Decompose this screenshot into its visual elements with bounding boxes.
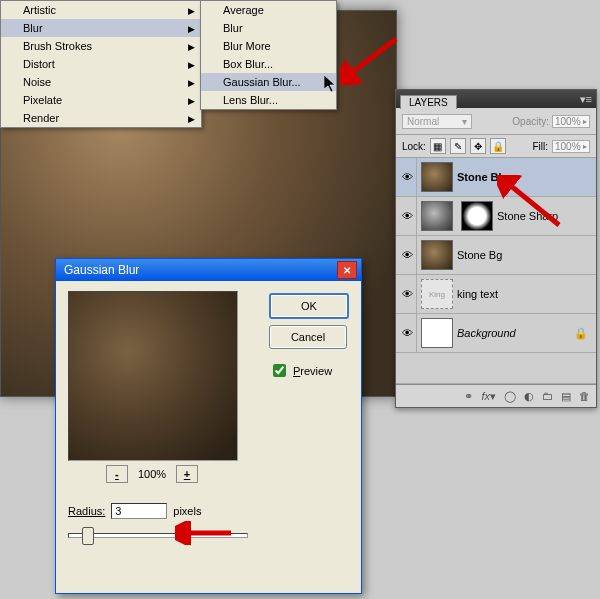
link-layers-icon[interactable]: ⚭ bbox=[464, 390, 473, 403]
fill-field[interactable]: 100% ▸ bbox=[552, 140, 590, 153]
layers-footer: ⚭ fx▾ ◯ ◐ 🗀 ▤ 🗑 bbox=[396, 384, 596, 407]
radius-unit: pixels bbox=[173, 505, 201, 517]
layer-thumbnail[interactable] bbox=[421, 201, 453, 231]
ok-button[interactable]: OK bbox=[269, 293, 349, 319]
layer-mask-thumbnail[interactable] bbox=[461, 201, 493, 231]
radius-row: Radius: pixels bbox=[68, 503, 349, 519]
layer-name[interactable]: Background bbox=[457, 327, 516, 339]
layer-row[interactable]: 👁Stone Blur bbox=[396, 158, 596, 197]
layer-thumbnail[interactable] bbox=[421, 318, 453, 348]
radius-slider[interactable] bbox=[68, 525, 248, 543]
opacity-field[interactable]: 100% ▸ bbox=[552, 115, 590, 128]
layer-name[interactable]: Stone Bg bbox=[457, 249, 502, 261]
visibility-toggle[interactable]: 👁 bbox=[398, 158, 417, 196]
zoom-out-button[interactable]: - bbox=[106, 465, 128, 483]
submenu-arrow-icon: ▶ bbox=[188, 22, 195, 36]
layer-thumbnail[interactable] bbox=[421, 240, 453, 270]
radius-label: Radius: bbox=[68, 505, 105, 517]
lock-all-icon[interactable]: 🔒 bbox=[490, 138, 506, 154]
layer-row[interactable]: 👁Stone Bg bbox=[396, 236, 596, 275]
submenu-item-lens-blur[interactable]: Lens Blur... bbox=[201, 91, 336, 109]
visibility-toggle[interactable]: 👁 bbox=[398, 197, 417, 235]
opacity-value: 100% bbox=[555, 116, 581, 127]
filter-menu: Artistic▶Blur▶Brush Strokes▶Distort▶Nois… bbox=[0, 0, 202, 128]
adjustment-layer-icon[interactable]: ◐ bbox=[524, 390, 534, 403]
layers-panel: LAYERS ▾≡ Normal ▾ Opacity: 100% ▸ Lock:… bbox=[395, 89, 597, 408]
preview-checkbox[interactable] bbox=[273, 364, 286, 377]
layer-name[interactable]: Stone Blur bbox=[457, 171, 513, 183]
layer-row[interactable]: 👁Stone Sharp bbox=[396, 197, 596, 236]
layer-name[interactable]: king text bbox=[457, 288, 498, 300]
visibility-toggle[interactable]: 👁 bbox=[398, 236, 417, 274]
lock-pixels-icon[interactable]: ✎ bbox=[450, 138, 466, 154]
submenu-arrow-icon: ▶ bbox=[188, 40, 195, 54]
lock-transparent-icon[interactable]: ▦ bbox=[430, 138, 446, 154]
layer-mask-icon[interactable]: ◯ bbox=[504, 390, 516, 403]
submenu-item-blur[interactable]: Blur bbox=[201, 19, 336, 37]
close-button[interactable]: ✕ bbox=[337, 261, 357, 279]
zoom-controls: - 100% + bbox=[68, 465, 236, 483]
zoom-value: 100% bbox=[138, 468, 166, 480]
menu-item-artistic[interactable]: Artistic▶ bbox=[1, 1, 201, 19]
lock-position-icon[interactable]: ✥ bbox=[470, 138, 486, 154]
menu-item-pixelate[interactable]: Pixelate▶ bbox=[1, 91, 201, 109]
panel-menu-icon[interactable]: ▾≡ bbox=[580, 93, 596, 106]
fill-label: Fill: bbox=[532, 141, 548, 152]
eye-icon: 👁 bbox=[402, 288, 413, 300]
menu-item-brush-strokes[interactable]: Brush Strokes▶ bbox=[1, 37, 201, 55]
blur-submenu: AverageBlurBlur MoreBox Blur...Gaussian … bbox=[200, 0, 337, 110]
blend-mode-value: Normal bbox=[407, 116, 439, 127]
submenu-arrow-icon: ▶ bbox=[188, 4, 195, 18]
new-group-icon[interactable]: 🗀 bbox=[542, 390, 553, 402]
submenu-item-average[interactable]: Average bbox=[201, 1, 336, 19]
gaussian-blur-dialog: Gaussian Blur ✕ - 100% + Radius: pixels … bbox=[55, 258, 362, 594]
submenu-item-blur-more[interactable]: Blur More bbox=[201, 37, 336, 55]
opacity-label: Opacity: bbox=[512, 116, 549, 127]
submenu-item-gaussian-blur[interactable]: Gaussian Blur... bbox=[201, 73, 336, 91]
new-layer-icon[interactable]: ▤ bbox=[561, 390, 571, 403]
menu-item-noise[interactable]: Noise▶ bbox=[1, 73, 201, 91]
radius-input[interactable] bbox=[111, 503, 167, 519]
opacity-group: Opacity: 100% ▸ bbox=[512, 115, 590, 128]
chevron-right-icon: ▸ bbox=[583, 142, 587, 151]
menu-item-render[interactable]: Render▶ bbox=[1, 109, 201, 127]
submenu-arrow-icon: ▶ bbox=[188, 58, 195, 72]
dialog-titlebar[interactable]: Gaussian Blur ✕ bbox=[56, 259, 361, 281]
delete-layer-icon[interactable]: 🗑 bbox=[579, 390, 590, 402]
layer-style-icon[interactable]: fx▾ bbox=[481, 390, 496, 403]
menu-item-blur[interactable]: Blur▶ bbox=[1, 19, 201, 37]
lock-label: Lock: bbox=[402, 141, 426, 152]
layer-row[interactable]: 👁Background🔒 bbox=[396, 314, 596, 353]
submenu-arrow-icon: ▶ bbox=[188, 94, 195, 108]
slider-track bbox=[68, 533, 248, 538]
dialog-body: - 100% + Radius: pixels OK Cancel Previe… bbox=[56, 281, 361, 593]
blend-mode-dropdown[interactable]: Normal ▾ bbox=[402, 114, 472, 129]
blur-preview[interactable] bbox=[68, 291, 238, 461]
dialog-title: Gaussian Blur bbox=[60, 263, 337, 277]
eye-icon: 👁 bbox=[402, 171, 413, 183]
layer-row[interactable]: 👁Kingking text bbox=[396, 275, 596, 314]
menu-item-distort[interactable]: Distort▶ bbox=[1, 55, 201, 73]
eye-icon: 👁 bbox=[402, 327, 413, 339]
submenu-item-box-blur[interactable]: Box Blur... bbox=[201, 55, 336, 73]
slider-thumb[interactable] bbox=[82, 527, 94, 545]
layers-empty-area[interactable] bbox=[396, 353, 596, 384]
lock-icon: 🔒 bbox=[574, 327, 588, 340]
layer-thumbnail[interactable]: King bbox=[421, 279, 453, 309]
chevron-right-icon: ▸ bbox=[583, 117, 587, 126]
chevron-down-icon: ▾ bbox=[462, 116, 467, 127]
eye-icon: 👁 bbox=[402, 210, 413, 222]
preview-checkbox-group[interactable]: Preview bbox=[269, 361, 332, 380]
fill-value: 100% bbox=[555, 141, 581, 152]
layer-name[interactable]: Stone Sharp bbox=[497, 210, 558, 222]
visibility-toggle[interactable]: 👁 bbox=[398, 275, 417, 313]
cancel-button[interactable]: Cancel bbox=[269, 325, 347, 349]
eye-icon: 👁 bbox=[402, 249, 413, 261]
dialog-buttons: OK Cancel Preview bbox=[269, 293, 349, 380]
layers-lock-row: Lock: ▦ ✎ ✥ 🔒 Fill: 100% ▸ bbox=[396, 135, 596, 158]
layer-thumbnail[interactable] bbox=[421, 162, 453, 192]
layers-tab[interactable]: LAYERS bbox=[400, 95, 457, 109]
zoom-in-button[interactable]: + bbox=[176, 465, 198, 483]
layers-tabs: LAYERS ▾≡ bbox=[396, 90, 596, 108]
visibility-toggle[interactable]: 👁 bbox=[398, 314, 417, 352]
